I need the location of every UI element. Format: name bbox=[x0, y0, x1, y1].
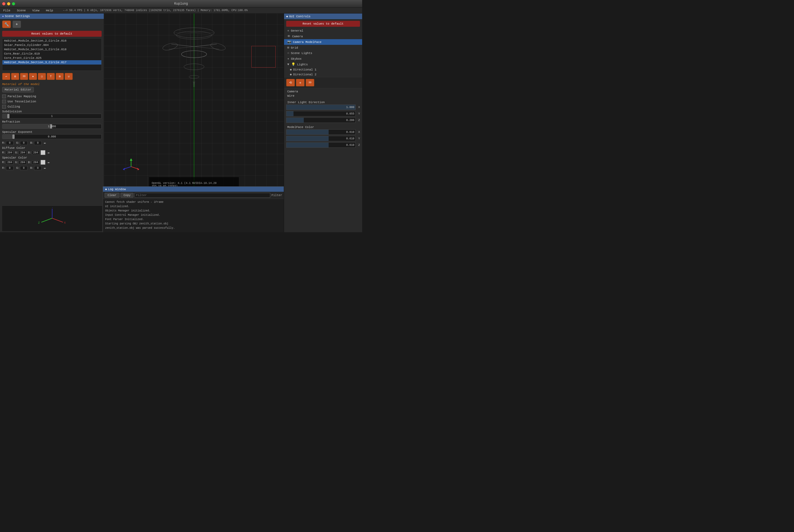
material-editor-button[interactable]: Material Editor bbox=[2, 87, 34, 92]
eyedropper-1[interactable]: ✒ bbox=[44, 141, 46, 145]
diffuse-b-value[interactable]: 204 bbox=[32, 151, 39, 155]
section-toolbar: ↩ ⊞ 3D ❖ ◯ T ⊞ ∪ bbox=[0, 71, 104, 81]
color-row-2: R: 0 G: 0 B: 0 ✒ bbox=[2, 166, 101, 170]
color-g2-value[interactable]: 0 bbox=[20, 166, 27, 170]
specular-exponent-slider[interactable]: 0.000 bbox=[2, 134, 101, 139]
nav-skybox[interactable]: ✦ Skybox bbox=[284, 56, 362, 61]
inner-light-x-track[interactable]: 1.000 bbox=[286, 104, 356, 110]
nav-camera-modelface-label: Camera ModelFace bbox=[293, 40, 321, 44]
right-panel: ◆ GUI Controls Reset values to default ✳… bbox=[284, 14, 362, 232]
menu-file[interactable]: File bbox=[2, 8, 11, 13]
diffuse-r-value[interactable]: 204 bbox=[6, 151, 14, 155]
inner-light-y-value: 0.055 bbox=[346, 112, 354, 115]
diffuse-color-swatch[interactable] bbox=[40, 150, 45, 155]
inner-light-z-track[interactable]: 0.206 bbox=[286, 117, 356, 123]
tessellation-checkbox[interactable] bbox=[2, 100, 6, 103]
object-item-2[interactable]: Habitat_Module_Section_1_Circle.018 bbox=[2, 47, 101, 52]
nav-lights[interactable]: ▼ 💡 Lights bbox=[284, 61, 362, 67]
lights-bulb-icon: 💡 bbox=[291, 62, 295, 66]
object-item-3[interactable]: Core_Rear_Circle.019 bbox=[2, 52, 101, 56]
rsub-move-icon[interactable]: ✛ bbox=[296, 79, 304, 87]
specular-r-value[interactable]: 204 bbox=[6, 160, 14, 165]
object-item-5[interactable]: Habitat_Module_Section_3_Circle.017 bbox=[2, 60, 101, 64]
right-panel-header: ◆ GUI Controls bbox=[284, 14, 362, 19]
diffuse-g-value[interactable]: 204 bbox=[19, 151, 26, 155]
channel-b1: B: 0 bbox=[30, 141, 42, 145]
sec-btn-5[interactable]: T bbox=[47, 73, 55, 80]
rsub-rotate-icon[interactable]: ⟲ bbox=[286, 79, 295, 87]
color-b2-value[interactable]: 0 bbox=[34, 166, 42, 170]
sec-btn-2[interactable]: 3D bbox=[20, 73, 28, 80]
inner-light-y-track[interactable]: 0.055 bbox=[286, 111, 356, 116]
subdivision-section: Subdivision 1 bbox=[2, 110, 101, 118]
color-r1-value[interactable]: 0 bbox=[6, 141, 14, 145]
clear-button[interactable]: Clear bbox=[105, 193, 119, 198]
specular-g-value[interactable]: 204 bbox=[19, 160, 26, 165]
object-list[interactable]: Habitat_Module_Section_2_Circle.016 Sola… bbox=[2, 38, 101, 71]
modelface-x-track[interactable]: 0.610 bbox=[286, 129, 356, 135]
material-section: Material of the model Material Editor Pa… bbox=[0, 81, 104, 205]
culling-checkbox[interactable] bbox=[2, 105, 6, 109]
nav-general[interactable]: ✳ General bbox=[284, 28, 362, 34]
minimize-button[interactable] bbox=[7, 2, 10, 5]
nav-directional-1[interactable]: Directional 1 bbox=[284, 67, 362, 72]
svg-line-12 bbox=[194, 44, 217, 46]
parallax-checkbox[interactable] bbox=[2, 95, 6, 98]
right-sub-toolbar: ⟲ ✛ 3D bbox=[284, 77, 362, 88]
menu-scene[interactable]: Scene bbox=[16, 8, 27, 13]
modelface-z-track[interactable]: 0.610 bbox=[286, 142, 356, 148]
copy-button[interactable]: Copy bbox=[121, 193, 133, 198]
refraction-slider[interactable]: 1.000 bbox=[2, 124, 101, 129]
wrench-button[interactable]: 🔧 bbox=[2, 20, 11, 28]
menu-view[interactable]: View bbox=[31, 8, 40, 13]
general-icon: ✳ bbox=[287, 28, 289, 33]
maximize-button[interactable] bbox=[12, 2, 15, 5]
filter-input[interactable] bbox=[134, 193, 270, 198]
modelface-color-z-row: 0.610 Z bbox=[286, 142, 360, 148]
eyedropper-specular[interactable]: ✒ bbox=[48, 160, 50, 165]
sec-btn-7[interactable]: ∪ bbox=[64, 73, 73, 80]
nav-grid[interactable]: ⊞ Grid bbox=[284, 45, 362, 51]
modelface-y-track[interactable]: 0.610 bbox=[286, 136, 356, 141]
object-item-4[interactable]: Core_Front_Circle.025 bbox=[2, 56, 101, 60]
object-item-1[interactable]: Solar_Panels_Cylinder.004 bbox=[2, 43, 101, 47]
nav-general-label: General bbox=[291, 29, 303, 33]
eyedropper-2[interactable]: ✒ bbox=[44, 166, 46, 170]
modelface-z-label: Z bbox=[357, 144, 360, 147]
object-item-0[interactable]: Habitat_Module_Section_2_Circle.016 bbox=[2, 39, 101, 43]
nav-scene-lights[interactable]: ○ Scene Lights bbox=[284, 51, 362, 56]
modelface-x-value: 0.610 bbox=[346, 131, 354, 134]
menu-help[interactable]: Help bbox=[45, 8, 54, 13]
status-bar: --> 58.4 FPS | 6 objs, 1872936 verts, 74… bbox=[63, 9, 247, 12]
eyedropper-diffuse[interactable]: ✒ bbox=[48, 150, 50, 155]
sec-btn-0[interactable]: ↩ bbox=[2, 73, 10, 80]
sec-btn-4[interactable]: ◯ bbox=[38, 73, 46, 80]
refraction-label: Refraction bbox=[2, 120, 101, 124]
skybox-icon: ✦ bbox=[287, 57, 289, 61]
material-label: Material of the model bbox=[2, 83, 101, 86]
nav-directional-2[interactable]: Directional 2 bbox=[284, 72, 362, 77]
close-button[interactable] bbox=[2, 2, 5, 5]
svg-text:Z: Z bbox=[38, 222, 40, 224]
color-r2-value[interactable]: 0 bbox=[6, 166, 14, 170]
sec-btn-1[interactable]: ⊞ bbox=[11, 73, 19, 80]
nav-camera-modelface[interactable]: 📷 Camera ModelFace bbox=[284, 39, 362, 45]
nav-camera[interactable]: 👁 Camera bbox=[284, 34, 362, 39]
modelface-color-y-row: 0.610 Y bbox=[286, 136, 360, 141]
right-reset-button[interactable]: Reset values to default bbox=[286, 21, 360, 27]
prop-section: Camera Wire Inner Light Direction 1.000 … bbox=[284, 88, 362, 232]
rsub-3d-icon[interactable]: 3D bbox=[306, 79, 314, 87]
sec-btn-6[interactable]: ⊞ bbox=[56, 73, 64, 80]
reset-button[interactable]: Reset values to default bbox=[2, 31, 101, 37]
specular-b-value[interactable]: 204 bbox=[32, 160, 39, 165]
color-b1-value[interactable]: 0 bbox=[34, 141, 42, 145]
log-window: ◆ Log Window Clear Copy Filter Cannot fe… bbox=[103, 186, 284, 232]
specular-color-swatch[interactable] bbox=[40, 160, 45, 165]
specular-exponent-section: Specular Exponent 0.000 bbox=[2, 130, 101, 139]
sec-btn-3[interactable]: ❖ bbox=[29, 73, 37, 80]
color-g1-value[interactable]: 0 bbox=[20, 141, 27, 145]
subdivision-slider[interactable]: 1 bbox=[2, 114, 101, 118]
add-button[interactable]: + bbox=[13, 20, 21, 28]
inner-light-section: Inner Light Direction 1.000 X 0.055 Y bbox=[286, 100, 360, 123]
log-line-0: Cannot fetch shader uniform - iFrame bbox=[105, 200, 282, 204]
